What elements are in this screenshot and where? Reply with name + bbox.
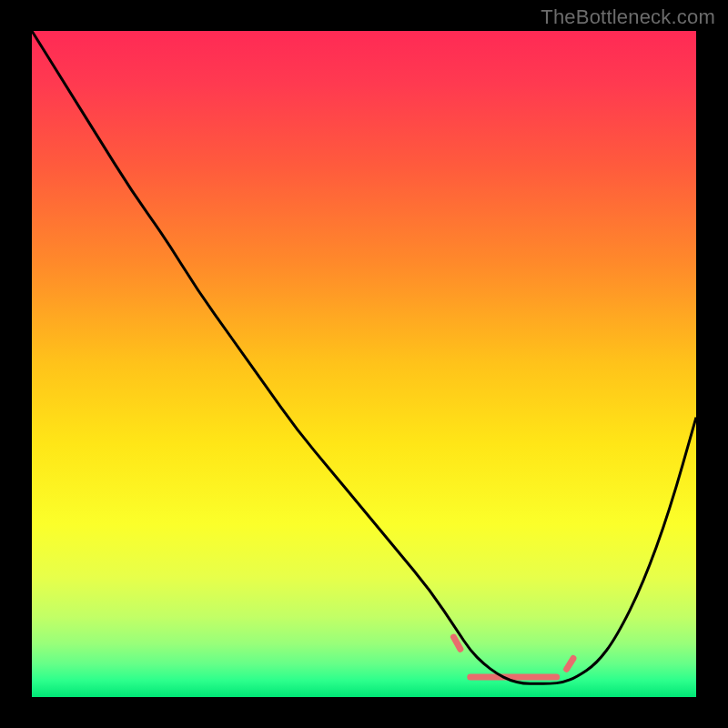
chart-container: TheBottleneck.com [0,0,728,728]
plot-background [32,31,696,697]
chart-svg [0,0,728,728]
